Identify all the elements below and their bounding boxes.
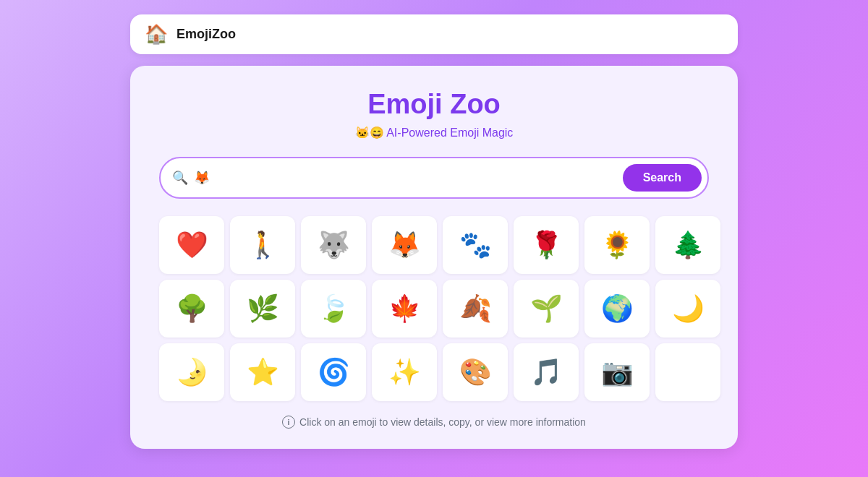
hero-subtitle-emojis: 🐱😄	[355, 126, 384, 139]
search-input[interactable]	[194, 171, 623, 186]
emoji-cell-wolf[interactable]: 🐺	[301, 216, 366, 274]
search-icon: 🔍	[172, 170, 188, 186]
emoji-cell-evergreen[interactable]: 🌲	[655, 216, 720, 274]
emoji-cell-empty	[655, 343, 720, 401]
footer-hint-text: Click on an emoji to view details, copy,…	[299, 416, 586, 428]
emoji-cell-sunflower[interactable]: 🌻	[584, 216, 650, 274]
hero-title: Emoji Zoo	[159, 89, 709, 120]
info-icon: i	[282, 416, 295, 429]
hero-subtitle-text: AI-Powered Emoji Magic	[386, 126, 513, 139]
emoji-cell-camera[interactable]: 📷	[584, 343, 650, 401]
emoji-cell-earth[interactable]: 🌍	[584, 280, 650, 338]
emoji-cell-paws[interactable]: 🐾	[443, 216, 508, 274]
emoji-cell-leaf[interactable]: 🍃	[301, 280, 366, 338]
nav-bar: 🏠 EmojiZoo	[130, 14, 738, 54]
emoji-cell-palette[interactable]: 🎨	[443, 343, 508, 401]
emoji-cell-music[interactable]: 🎵	[514, 343, 579, 401]
search-button[interactable]: Search	[623, 164, 702, 192]
emoji-cell-herb[interactable]: 🌿	[230, 280, 295, 338]
emoji-cell-fallen-leaf[interactable]: 🍂	[443, 280, 508, 338]
main-card: Emoji Zoo 🐱😄 AI-Powered Emoji Magic 🔍 Se…	[130, 66, 738, 449]
emoji-cell-tree[interactable]: 🌳	[159, 280, 224, 338]
nav-logo-icon: 🏠	[145, 23, 168, 46]
emoji-cell-walking[interactable]: 🚶	[230, 216, 295, 274]
emoji-cell-fox[interactable]: 🦊	[372, 216, 437, 274]
hero-subtitle: 🐱😄 AI-Powered Emoji Magic	[159, 126, 709, 139]
nav-title: EmojiZoo	[176, 27, 236, 42]
emoji-cell-star[interactable]: ⭐	[230, 343, 295, 401]
emoji-cell-maple[interactable]: 🍁	[372, 280, 437, 338]
emoji-grid: ❤️ 🚶 🐺 🦊 🐾 🌹 🌻 🌲 🌳 🌿 🍃 🍁 🍂 🌱 🌍 🌙 🌛 ⭐ 🌀 ✨…	[159, 216, 709, 401]
emoji-cell-seedling[interactable]: 🌱	[514, 280, 579, 338]
footer-hint: i Click on an emoji to view details, cop…	[159, 416, 709, 429]
emoji-cell-galaxy[interactable]: 🌀	[301, 343, 366, 401]
emoji-cell-sparkles[interactable]: ✨	[372, 343, 437, 401]
emoji-cell-rose[interactable]: 🌹	[514, 216, 579, 274]
emoji-cell-moon-face[interactable]: 🌛	[159, 343, 224, 401]
emoji-cell-crescent[interactable]: 🌙	[655, 280, 720, 338]
search-bar: 🔍 Search	[159, 157, 709, 199]
emoji-cell-heart[interactable]: ❤️	[159, 216, 224, 274]
